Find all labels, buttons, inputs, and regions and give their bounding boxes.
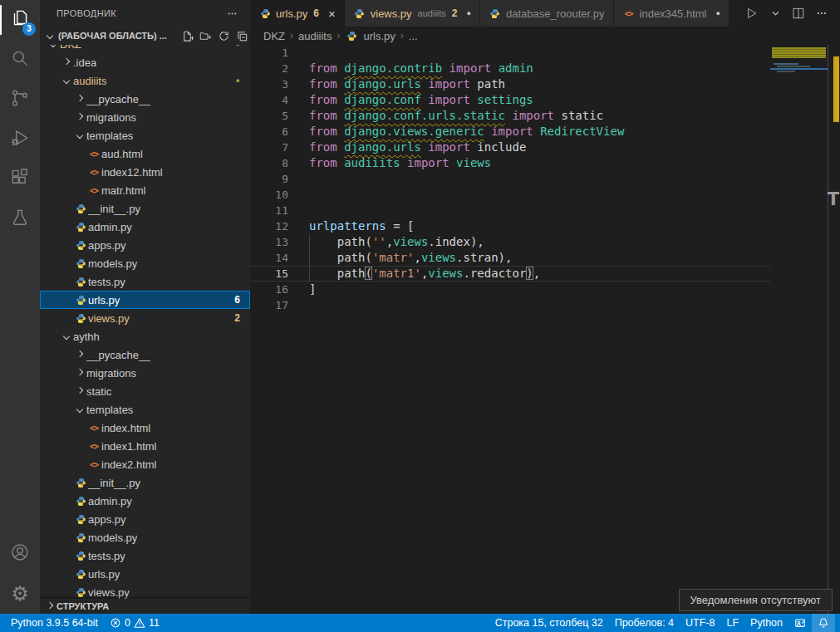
tree-item-urls-py[interactable]: urls.py	[40, 565, 250, 583]
activity-bar-item-extensions[interactable]	[0, 159, 40, 199]
tree-item-audiiits[interactable]: audiiits●	[40, 71, 250, 90]
code-line-2[interactable]: 2from django.contrib import admin	[250, 61, 770, 76]
status-item-eol-sequence[interactable]: LF	[720, 614, 744, 632]
code-line-16[interactable]: 16]	[250, 282, 770, 297]
tree-item-dkz[interactable]: DKZ●	[40, 45, 250, 53]
line-number[interactable]: 10	[250, 187, 288, 203]
code-line-15[interactable]: 15 path('matr1',views.redactor),	[250, 266, 770, 282]
status-item-problems[interactable]: 011	[104, 614, 165, 632]
new-folder-icon[interactable]	[197, 27, 214, 44]
tree-item-views-py[interactable]: views.py	[40, 583, 250, 599]
ellipsis-icon[interactable]	[812, 3, 832, 23]
status-item-feedback[interactable]	[788, 614, 812, 632]
status-item-python-interpreter[interactable]: Python 3.9.5 64-bit	[5, 614, 104, 632]
scrollbar[interactable]: T	[828, 45, 840, 614]
code-line-12[interactable]: 12urlpatterns = [	[250, 218, 770, 234]
tree-item-index2-html[interactable]: <>index2.html	[40, 455, 250, 473]
line-number[interactable]: 3	[250, 76, 288, 92]
line-number[interactable]: 6	[250, 124, 288, 140]
tree-item-static[interactable]: static	[40, 382, 250, 400]
tree-item-init-py[interactable]: __init__.py	[40, 473, 250, 492]
activity-bar-item-run-debug[interactable]	[0, 120, 40, 159]
activity-bar-item-source-control[interactable]	[0, 80, 40, 120]
tree-item-index12-html[interactable]: <>index12.html	[40, 163, 250, 181]
tree-item-index-html[interactable]: <>index.html	[40, 419, 250, 437]
tree-item-migrations[interactable]: migrations	[40, 364, 250, 382]
code-line-10[interactable]: 10	[250, 187, 770, 203]
code-line-1[interactable]: 1	[250, 45, 770, 61]
collapse-all-icon[interactable]	[233, 27, 250, 44]
tree-item-models-py[interactable]: models.py	[40, 528, 250, 546]
line-number[interactable]: 8	[250, 155, 288, 171]
more-actions-icon[interactable]	[224, 5, 240, 22]
line-number[interactable]: 12	[250, 218, 288, 234]
tree-item-pycache[interactable]: __pycache__	[40, 345, 250, 364]
line-number[interactable]: 17	[250, 297, 288, 313]
chevron-down-icon[interactable]	[765, 3, 785, 23]
code-line-17[interactable]: 17	[250, 297, 770, 313]
tree-item-templates[interactable]: templates	[40, 126, 250, 145]
line-number[interactable]: 15	[250, 266, 288, 282]
breadcrumb-item-audiiits[interactable]: audiiits	[298, 30, 332, 42]
status-item-notifications-bell[interactable]	[812, 614, 835, 632]
tree-item-init-py[interactable]: __init__.py	[40, 199, 250, 218]
tree-item-apps-py[interactable]: apps.py	[40, 236, 250, 254]
breadcrumb[interactable]: DKZ›audiiits›urls.py›...	[250, 27, 840, 45]
tree-item-urls-py[interactable]: urls.py6	[40, 291, 250, 309]
modified-dot-icon[interactable]: ●	[715, 9, 720, 17]
tab-database-roouter-py[interactable]: database_roouter.py	[480, 0, 614, 27]
activity-bar-item-testing[interactable]	[0, 199, 40, 239]
tree-item-tests-py[interactable]: tests.py	[40, 272, 250, 291]
code-line-6[interactable]: 6from django.views.generic import Redire…	[250, 124, 770, 140]
tree-item-admin-py[interactable]: admin.py	[40, 218, 250, 236]
close-icon[interactable]: ×	[328, 7, 336, 20]
tree-item-migrations[interactable]: migrations	[40, 108, 250, 126]
split-editor-icon[interactable]	[788, 3, 808, 23]
line-number[interactable]: 5	[250, 108, 288, 124]
status-item-encoding[interactable]: UTF-8	[680, 614, 720, 632]
code-line-3[interactable]: 3from django.urls import path	[250, 76, 770, 92]
line-number[interactable]: 4	[250, 92, 288, 108]
code-line-9[interactable]: 9	[250, 171, 770, 187]
tree-item-aythh[interactable]: aythh	[40, 327, 250, 345]
tree-item-idea[interactable]: .idea	[40, 53, 250, 71]
activity-bar-item-settings[interactable]: ⚙	[0, 574, 40, 614]
tree-item-apps-py[interactable]: apps.py	[40, 510, 250, 528]
tab-index345-html[interactable]: <>index345.html●	[614, 0, 729, 27]
tree-item-tests-py[interactable]: tests.py	[40, 546, 250, 565]
line-number[interactable]: 7	[250, 140, 288, 155]
new-file-icon[interactable]	[179, 27, 195, 44]
outline-section-header[interactable]: СТРУКТУРА	[40, 599, 250, 614]
line-number[interactable]: 11	[250, 203, 288, 218]
code-line-14[interactable]: 14 path('matr',views.stran),	[250, 250, 770, 266]
play-icon[interactable]	[742, 3, 762, 23]
line-number[interactable]: 16	[250, 282, 288, 297]
tree-item-matr-html[interactable]: <>matr.html	[40, 181, 250, 199]
tree-item-aud-html[interactable]: <>aud.html	[40, 145, 250, 163]
line-number[interactable]: 1	[250, 45, 288, 61]
status-item-language-mode[interactable]: Python	[744, 614, 788, 632]
code-line-5[interactable]: 5from django.conf.urls.static import sta…	[250, 108, 770, 124]
workspace-section-header[interactable]: (РАБОЧАЯ ОБЛАСТЬ) ...	[40, 27, 250, 45]
code-line-8[interactable]: 8from audiiits import views	[250, 155, 770, 171]
line-number[interactable]: 9	[250, 171, 288, 187]
code-line-13[interactable]: 13 path('',views.index),	[250, 234, 770, 250]
activity-bar-item-search[interactable]	[0, 40, 40, 80]
tree-item-admin-py[interactable]: admin.py	[40, 492, 250, 510]
tree-item-templates[interactable]: templates	[40, 400, 250, 419]
code-line-11[interactable]: 11	[250, 203, 770, 218]
line-number[interactable]: 14	[250, 250, 288, 266]
activity-bar-item-account[interactable]	[0, 534, 40, 574]
tab-views-py[interactable]: views.pyaudiiits2●	[345, 0, 480, 27]
tab-urls-py[interactable]: urls.py6×	[250, 0, 345, 27]
breadcrumb-item-[interactable]: ...	[409, 30, 418, 42]
activity-bar-item-explorer[interactable]: 3	[0, 0, 40, 40]
line-number[interactable]: 2	[250, 61, 288, 76]
status-item-indentation[interactable]: Пробелов: 4	[609, 614, 680, 632]
refresh-icon[interactable]	[215, 27, 232, 44]
code-line-7[interactable]: 7from django.urls import include	[250, 140, 770, 155]
tree-item-index1-html[interactable]: <>index1.html	[40, 437, 250, 455]
tree-item-pycache[interactable]: __pycache__	[40, 90, 250, 108]
tree-item-models-py[interactable]: models.py	[40, 254, 250, 272]
line-number[interactable]: 13	[250, 234, 288, 250]
